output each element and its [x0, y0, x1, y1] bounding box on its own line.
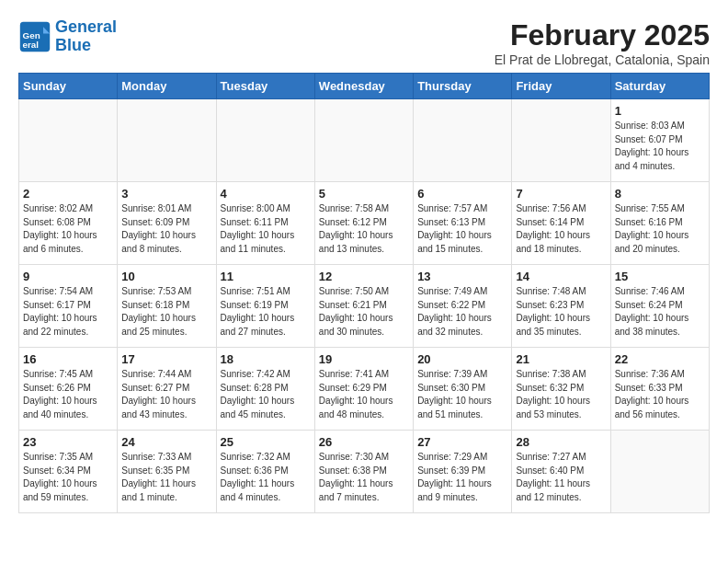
day-info: Sunrise: 7:51 AM Sunset: 6:19 PM Dayligh… — [221, 285, 311, 339]
day-number: 15 — [615, 270, 705, 283]
day-number: 18 — [221, 352, 311, 366]
day-number: 6 — [417, 187, 507, 201]
day-number: 1 — [615, 104, 705, 118]
calendar-cell: 2Sunrise: 8:02 AM Sunset: 6:08 PM Daylig… — [19, 182, 118, 265]
calendar-cell: 28Sunrise: 7:27 AM Sunset: 6:40 PM Dayli… — [512, 431, 610, 513]
calendar-table: SundayMondayTuesdayWednesdayThursdayFrid… — [18, 73, 710, 513]
day-info: Sunrise: 8:01 AM Sunset: 6:09 PM Dayligh… — [121, 202, 211, 256]
calendar-cell: 8Sunrise: 7:55 AM Sunset: 6:16 PM Daylig… — [610, 182, 709, 265]
page-header: Gen eral General Blue February 2025 El P… — [18, 18, 710, 67]
column-header-sunday: Sunday — [19, 74, 118, 99]
calendar-cell: 25Sunrise: 7:32 AM Sunset: 6:36 PM Dayli… — [216, 431, 314, 513]
day-info: Sunrise: 7:45 AM Sunset: 6:26 PM Dayligh… — [23, 368, 113, 421]
day-number: 7 — [516, 187, 606, 201]
calendar-cell: 21Sunrise: 7:38 AM Sunset: 6:32 PM Dayli… — [512, 348, 610, 431]
day-info: Sunrise: 8:02 AM Sunset: 6:08 PM Dayligh… — [23, 202, 113, 256]
day-info: Sunrise: 7:32 AM Sunset: 6:36 PM Dayligh… — [221, 451, 311, 504]
svg-text:eral: eral — [23, 39, 40, 49]
day-info: Sunrise: 7:56 AM Sunset: 6:14 PM Dayligh… — [516, 202, 606, 256]
calendar-cell: 10Sunrise: 7:53 AM Sunset: 6:18 PM Dayli… — [118, 265, 216, 348]
day-number: 28 — [516, 435, 606, 449]
day-info: Sunrise: 7:29 AM Sunset: 6:39 PM Dayligh… — [417, 451, 507, 504]
day-number: 22 — [615, 352, 705, 366]
column-header-tuesday: Tuesday — [216, 74, 314, 99]
day-info: Sunrise: 7:38 AM Sunset: 6:32 PM Dayligh… — [516, 368, 606, 421]
day-info: Sunrise: 7:36 AM Sunset: 6:33 PM Dayligh… — [615, 368, 705, 421]
calendar-cell: 4Sunrise: 8:00 AM Sunset: 6:11 PM Daylig… — [216, 182, 314, 265]
day-info: Sunrise: 7:33 AM Sunset: 6:35 PM Dayligh… — [121, 451, 211, 504]
day-info: Sunrise: 8:00 AM Sunset: 6:11 PM Dayligh… — [221, 202, 311, 256]
calendar-cell — [216, 99, 314, 182]
calendar-cell: 3Sunrise: 8:01 AM Sunset: 6:09 PM Daylig… — [118, 182, 216, 265]
day-info: Sunrise: 7:27 AM Sunset: 6:40 PM Dayligh… — [516, 451, 606, 504]
calendar-cell — [118, 99, 216, 182]
calendar-cell: 19Sunrise: 7:41 AM Sunset: 6:29 PM Dayli… — [314, 348, 413, 431]
calendar-cell: 7Sunrise: 7:56 AM Sunset: 6:14 PM Daylig… — [512, 182, 610, 265]
logo-line2: Blue — [55, 36, 91, 54]
calendar-cell: 15Sunrise: 7:46 AM Sunset: 6:24 PM Dayli… — [610, 265, 709, 348]
day-number: 8 — [615, 187, 705, 201]
day-number: 4 — [221, 187, 311, 201]
calendar-cell: 6Sunrise: 7:57 AM Sunset: 6:13 PM Daylig… — [414, 182, 512, 265]
day-number: 17 — [121, 352, 211, 366]
day-info: Sunrise: 7:58 AM Sunset: 6:12 PM Dayligh… — [319, 202, 409, 256]
day-number: 25 — [221, 435, 311, 449]
calendar-cell: 22Sunrise: 7:36 AM Sunset: 6:33 PM Dayli… — [610, 348, 709, 431]
day-info: Sunrise: 7:39 AM Sunset: 6:30 PM Dayligh… — [417, 368, 507, 421]
calendar-week-4: 16Sunrise: 7:45 AM Sunset: 6:26 PM Dayli… — [19, 348, 710, 431]
calendar-cell — [512, 99, 610, 182]
logo-text: General Blue — [55, 18, 117, 55]
calendar-week-2: 2Sunrise: 8:02 AM Sunset: 6:08 PM Daylig… — [19, 182, 710, 265]
calendar-week-3: 9Sunrise: 7:54 AM Sunset: 6:17 PM Daylig… — [19, 265, 710, 348]
column-header-thursday: Thursday — [414, 74, 512, 99]
day-number: 12 — [319, 270, 409, 283]
calendar-week-1: 1Sunrise: 8:03 AM Sunset: 6:07 PM Daylig… — [19, 99, 710, 182]
column-header-wednesday: Wednesday — [314, 74, 413, 99]
day-number: 26 — [319, 435, 409, 449]
day-number: 27 — [417, 435, 507, 449]
calendar-cell: 20Sunrise: 7:39 AM Sunset: 6:30 PM Dayli… — [414, 348, 512, 431]
logo-line1: General — [55, 17, 117, 36]
day-info: Sunrise: 7:55 AM Sunset: 6:16 PM Dayligh… — [615, 202, 705, 256]
day-number: 21 — [516, 352, 606, 366]
calendar-cell — [610, 431, 709, 513]
day-info: Sunrise: 7:50 AM Sunset: 6:21 PM Dayligh… — [319, 285, 409, 339]
calendar-cell: 1Sunrise: 8:03 AM Sunset: 6:07 PM Daylig… — [610, 99, 709, 182]
column-header-saturday: Saturday — [610, 74, 709, 99]
day-number: 9 — [23, 270, 113, 283]
calendar-cell: 5Sunrise: 7:58 AM Sunset: 6:12 PM Daylig… — [314, 182, 413, 265]
calendar-cell: 14Sunrise: 7:48 AM Sunset: 6:23 PM Dayli… — [512, 265, 610, 348]
day-info: Sunrise: 8:03 AM Sunset: 6:07 PM Dayligh… — [615, 120, 705, 173]
day-info: Sunrise: 7:49 AM Sunset: 6:22 PM Dayligh… — [417, 285, 507, 339]
day-number: 2 — [23, 187, 113, 201]
calendar-cell: 17Sunrise: 7:44 AM Sunset: 6:27 PM Dayli… — [118, 348, 216, 431]
logo-icon: Gen eral — [18, 20, 51, 53]
calendar-cell — [414, 99, 512, 182]
calendar-cell: 27Sunrise: 7:29 AM Sunset: 6:39 PM Dayli… — [414, 431, 512, 513]
calendar-cell: 23Sunrise: 7:35 AM Sunset: 6:34 PM Dayli… — [19, 431, 118, 513]
calendar-cell: 24Sunrise: 7:33 AM Sunset: 6:35 PM Dayli… — [118, 431, 216, 513]
day-number: 24 — [121, 435, 211, 449]
day-number: 19 — [319, 352, 409, 366]
logo: Gen eral General Blue — [18, 18, 117, 55]
day-number: 16 — [23, 352, 113, 366]
day-info: Sunrise: 7:30 AM Sunset: 6:38 PM Dayligh… — [319, 451, 409, 504]
day-info: Sunrise: 7:44 AM Sunset: 6:27 PM Dayligh… — [121, 368, 211, 421]
column-header-friday: Friday — [512, 74, 610, 99]
calendar-cell: 26Sunrise: 7:30 AM Sunset: 6:38 PM Dayli… — [314, 431, 413, 513]
title-block: February 2025 El Prat de Llobregat, Cata… — [495, 18, 710, 67]
day-number: 23 — [23, 435, 113, 449]
calendar-cell — [19, 99, 118, 182]
day-info: Sunrise: 7:57 AM Sunset: 6:13 PM Dayligh… — [417, 202, 507, 256]
day-info: Sunrise: 7:53 AM Sunset: 6:18 PM Dayligh… — [121, 285, 211, 339]
day-number: 11 — [221, 270, 311, 283]
day-number: 13 — [417, 270, 507, 283]
day-info: Sunrise: 7:41 AM Sunset: 6:29 PM Dayligh… — [319, 368, 409, 421]
day-info: Sunrise: 7:42 AM Sunset: 6:28 PM Dayligh… — [221, 368, 311, 421]
main-title: February 2025 — [495, 18, 710, 52]
day-info: Sunrise: 7:54 AM Sunset: 6:17 PM Dayligh… — [23, 285, 113, 339]
calendar-cell — [314, 99, 413, 182]
calendar-cell: 18Sunrise: 7:42 AM Sunset: 6:28 PM Dayli… — [216, 348, 314, 431]
calendar-header-row: SundayMondayTuesdayWednesdayThursdayFrid… — [19, 74, 710, 99]
calendar-cell: 11Sunrise: 7:51 AM Sunset: 6:19 PM Dayli… — [216, 265, 314, 348]
